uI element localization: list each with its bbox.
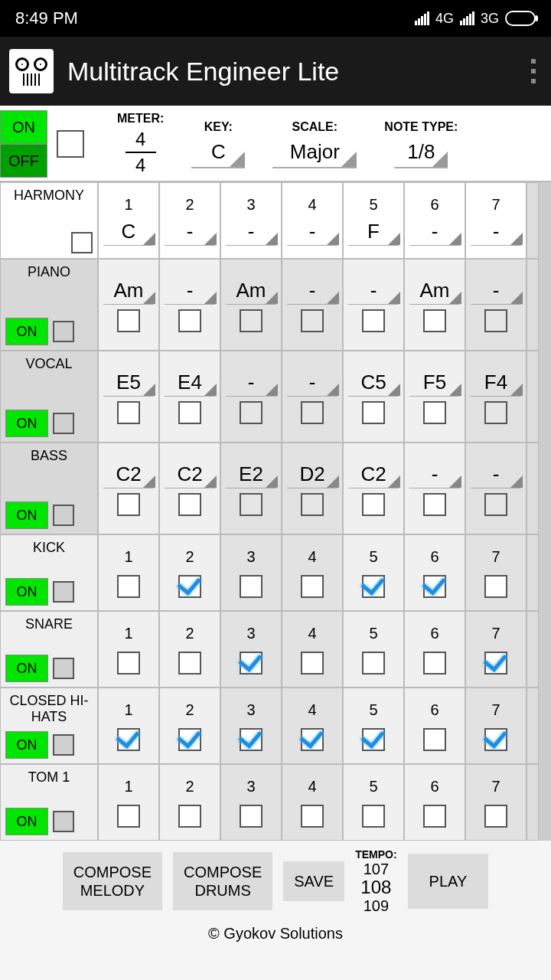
step-checkbox[interactable]: [301, 805, 324, 828]
track-checkbox[interactable]: [53, 811, 74, 832]
grid-cell[interactable]: C2: [343, 443, 404, 534]
grid-cell[interactable]: -: [465, 259, 527, 351]
notetype-spinner[interactable]: 1/8: [394, 137, 448, 168]
chord-spinner[interactable]: F4: [471, 369, 521, 397]
step-checkbox[interactable]: [240, 493, 262, 516]
grid-cell[interactable]: 6: [404, 688, 465, 764]
grid-cell[interactable]: 3-: [220, 182, 282, 259]
step-checkbox[interactable]: [240, 652, 262, 675]
grid-cell[interactable]: -: [343, 259, 404, 351]
grid-cell[interactable]: F4: [465, 351, 527, 443]
grid-cell[interactable]: 6: [404, 534, 465, 611]
chord-spinner[interactable]: -: [471, 461, 521, 488]
grid-cell[interactable]: 1C: [98, 182, 159, 259]
grid-cell[interactable]: Am: [220, 259, 282, 351]
grid-cell[interactable]: 5F: [343, 182, 404, 259]
chord-spinner[interactable]: C5: [348, 369, 399, 397]
step-checkbox[interactable]: [484, 805, 507, 828]
chord-spinner[interactable]: Am: [409, 277, 460, 305]
chord-spinner[interactable]: F5: [409, 369, 460, 397]
grid-cell[interactable]: 7: [465, 534, 527, 611]
grid-cell[interactable]: C2: [159, 443, 220, 534]
step-checkbox[interactable]: [423, 652, 446, 675]
compose-drums-button[interactable]: COMPOSE DRUMS: [173, 852, 272, 910]
grid-cell[interactable]: C2: [98, 443, 159, 534]
step-checkbox[interactable]: [178, 652, 201, 675]
step-checkbox[interactable]: [117, 728, 140, 751]
step-checkbox[interactable]: [423, 401, 446, 424]
grid-cell[interactable]: -: [282, 351, 343, 443]
grid-cell[interactable]: 2: [159, 764, 220, 841]
step-checkbox[interactable]: [362, 401, 385, 424]
track-checkbox[interactable]: [53, 321, 74, 342]
grid-cell[interactable]: 4: [282, 688, 343, 764]
grid-cell[interactable]: 1: [98, 534, 159, 611]
grid-cell[interactable]: 5: [343, 534, 404, 611]
chord-spinner[interactable]: D2: [287, 461, 337, 488]
grid-cell[interactable]: E5: [98, 351, 159, 443]
grid-cell[interactable]: -: [159, 259, 220, 351]
master-off-button[interactable]: OFF: [0, 144, 47, 178]
grid-cell[interactable]: -: [465, 443, 527, 534]
grid-cell[interactable]: 7-: [465, 182, 527, 259]
step-checkbox[interactable]: [178, 401, 201, 424]
step-checkbox[interactable]: [117, 493, 140, 516]
grid-cell[interactable]: 4: [282, 764, 343, 841]
chord-spinner[interactable]: -: [471, 218, 521, 246]
grid-cell[interactable]: 1: [98, 688, 159, 764]
step-checkbox[interactable]: [117, 575, 140, 598]
grid-cell[interactable]: -: [220, 351, 282, 443]
chord-spinner[interactable]: Am: [226, 277, 276, 305]
chord-spinner[interactable]: E4: [165, 369, 215, 397]
chord-spinner[interactable]: -: [226, 369, 276, 397]
step-checkbox[interactable]: [117, 309, 140, 332]
chord-spinner[interactable]: -: [287, 218, 337, 246]
scale-spinner[interactable]: Major: [272, 137, 357, 168]
step-checkbox[interactable]: [301, 652, 324, 675]
chord-spinner[interactable]: -: [409, 218, 460, 246]
chord-spinner[interactable]: F: [348, 218, 399, 246]
grid-cell[interactable]: 4: [282, 534, 343, 611]
grid-cell[interactable]: Am: [98, 259, 159, 351]
grid-cell[interactable]: C5: [343, 351, 404, 443]
tempo-picker[interactable]: 107 108 109: [360, 861, 391, 914]
step-checkbox[interactable]: [423, 728, 446, 751]
compose-melody-button[interactable]: COMPOSE MELODY: [63, 852, 162, 910]
step-checkbox[interactable]: [362, 805, 385, 828]
meter-value[interactable]: 4 4: [126, 129, 156, 176]
step-checkbox[interactable]: [240, 309, 262, 332]
master-on-button[interactable]: ON: [0, 110, 47, 144]
track-checkbox[interactable]: [53, 734, 74, 756]
step-checkbox[interactable]: [484, 652, 507, 675]
track-checkbox[interactable]: [71, 232, 93, 253]
chord-spinner[interactable]: E2: [226, 461, 276, 488]
grid-cell[interactable]: 6: [404, 764, 465, 841]
grid-cell[interactable]: 2: [159, 534, 220, 611]
step-checkbox[interactable]: [117, 805, 140, 828]
grid-cell[interactable]: 4-: [282, 182, 343, 259]
chord-spinner[interactable]: -: [287, 369, 337, 397]
step-checkbox[interactable]: [178, 575, 201, 598]
step-checkbox[interactable]: [484, 493, 507, 516]
step-checkbox[interactable]: [423, 493, 446, 516]
grid-cell[interactable]: 7: [465, 611, 527, 688]
track-on-button[interactable]: ON: [5, 318, 48, 345]
grid-cell[interactable]: 1: [98, 611, 159, 688]
step-checkbox[interactable]: [178, 805, 201, 828]
grid-cell[interactable]: -: [282, 259, 343, 351]
chord-spinner[interactable]: -: [165, 218, 215, 246]
grid-cell[interactable]: 6: [404, 611, 465, 688]
key-spinner[interactable]: C: [191, 137, 245, 168]
track-on-button[interactable]: ON: [5, 410, 48, 437]
menu-button[interactable]: [531, 59, 542, 83]
track-checkbox[interactable]: [53, 413, 74, 434]
grid-cell[interactable]: E4: [159, 351, 220, 443]
step-checkbox[interactable]: [301, 575, 324, 598]
grid-cell[interactable]: 2: [159, 688, 220, 764]
chord-spinner[interactable]: -: [471, 277, 521, 305]
step-checkbox[interactable]: [117, 652, 140, 675]
track-on-button[interactable]: ON: [5, 655, 48, 682]
grid-cell[interactable]: 6-: [404, 182, 465, 259]
chord-spinner[interactable]: C2: [348, 461, 399, 488]
grid-cell[interactable]: 5: [343, 611, 404, 688]
